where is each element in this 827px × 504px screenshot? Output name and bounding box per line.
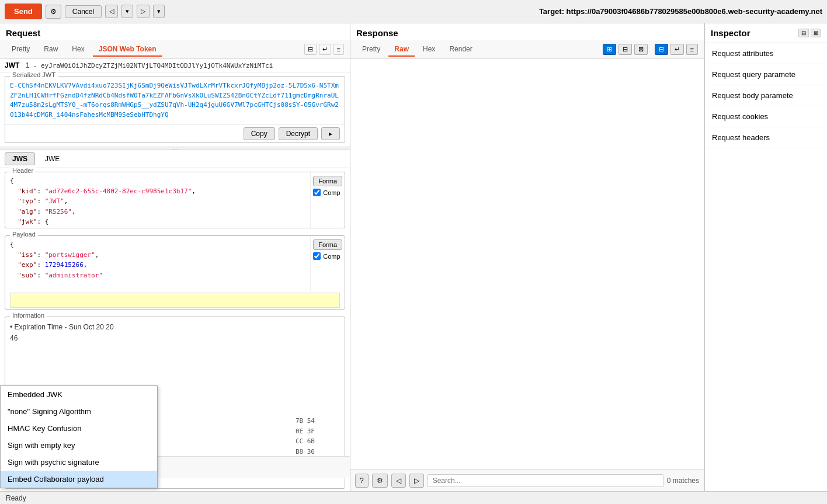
inspector-icons: ⊟ ⊠ bbox=[798, 29, 821, 37]
target-url: Target: https://0a79003f04686b778029585e… bbox=[539, 7, 822, 16]
resp-tab-hex[interactable]: Hex bbox=[417, 43, 441, 57]
sub-tab-jwe[interactable]: JWE bbox=[37, 152, 67, 165]
inspector-cookies[interactable]: Request cookies bbox=[705, 106, 827, 127]
jwt-value: - eyJraWQiOiJhZDcyZTZjMi02NTVjLTQ4MDItOD… bbox=[33, 62, 345, 69]
main-area: Request Pretty Raw Hex JSON Web Token ⊟ … bbox=[0, 23, 827, 491]
jwt-label: JWT bbox=[5, 61, 22, 69]
view-split-icon[interactable]: ⊞ bbox=[603, 44, 616, 55]
tab-hex[interactable]: Hex bbox=[66, 43, 90, 57]
resp-tab-raw[interactable]: Raw bbox=[388, 43, 415, 57]
tab-pretty[interactable]: Pretty bbox=[6, 43, 36, 57]
header-compact-label: Comp bbox=[323, 189, 340, 196]
more-button[interactable]: ▸ bbox=[321, 127, 340, 140]
header-format-button[interactable]: Forma bbox=[313, 176, 342, 186]
inspector-title-bar: Inspector ⊟ ⊠ bbox=[705, 23, 827, 43]
info-expiration-year: 46 bbox=[10, 333, 340, 344]
settings-icon[interactable]: ⚙ bbox=[46, 5, 61, 19]
serialized-jwt-label: Serialized JWT bbox=[10, 71, 58, 78]
menu-icon[interactable]: ≡ bbox=[333, 44, 344, 55]
payload-compact-checkbox[interactable] bbox=[313, 252, 321, 260]
payload-format-button[interactable]: Forma bbox=[313, 239, 342, 250]
header-compact-row: Comp bbox=[313, 189, 342, 196]
dropdown-item-psychic[interactable]: Sign with psychic signature bbox=[1, 454, 157, 471]
payload-compact-label: Comp bbox=[323, 253, 340, 260]
payload-json-content[interactable]: { "iss": "portswigger", "exp": 172941526… bbox=[5, 236, 310, 291]
tab-raw[interactable]: Raw bbox=[38, 43, 64, 57]
information-label: Information bbox=[10, 312, 47, 319]
serialized-jwt-content[interactable]: E-CChSf4nEKVLKV7VAvdi4xuo723SIjKj6SmDj9Q… bbox=[5, 77, 345, 124]
header-side-buttons: Forma Comp bbox=[310, 172, 345, 228]
response-forward-icon[interactable]: ▷ bbox=[409, 474, 424, 488]
status-bar: Ready bbox=[0, 491, 827, 504]
resp-tab-pretty[interactable]: Pretty bbox=[356, 43, 386, 57]
header-content-row: { "kid": "ad72e6c2-655c-4802-82ec-c9985e… bbox=[5, 172, 345, 228]
sub-tab-bar: JWS JWE bbox=[0, 150, 350, 168]
resp-menu-icon[interactable]: ≡ bbox=[686, 44, 698, 55]
main-toolbar: Send ⚙ Cancel ◁ ▾ ▷ ▾ Target: https://0a… bbox=[0, 0, 827, 23]
send-button[interactable]: Send bbox=[5, 4, 42, 19]
response-content bbox=[350, 59, 704, 469]
view-inline-icon[interactable]: ⊟ bbox=[618, 44, 632, 55]
response-tab-icons: ⊞ ⊟ ⊠ ⊟ ↵ ≡ bbox=[603, 44, 698, 55]
inspector-headers[interactable]: Request headers bbox=[705, 127, 827, 148]
status-text: Ready bbox=[6, 494, 26, 502]
nav-forward-button[interactable]: ▷ bbox=[137, 5, 150, 18]
payload-input-area[interactable] bbox=[10, 293, 340, 308]
inspector-query-params[interactable]: Request query paramete bbox=[705, 64, 827, 85]
jwt-line: JWT 1 - eyJraWQiOiJhZDcyZTZjMi02NTVjLTQ4… bbox=[0, 59, 350, 72]
serialized-buttons: Copy Decrypt ▸ bbox=[5, 124, 345, 142]
response-tab-bar: Pretty Raw Hex Render ⊞ ⊟ ⊠ ⊟ ↵ ≡ bbox=[350, 40, 704, 59]
inspector-panel: Inspector ⊟ ⊠ Request attributes Request… bbox=[704, 23, 827, 491]
dropdown-item-hmac[interactable]: HMAC Key Confusion bbox=[1, 420, 157, 437]
serialized-jwt-section: Serialized JWT E-CChSf4nEKVLKV7VAvdi4xuo… bbox=[5, 76, 345, 143]
dropdown-menu: Embedded JWK "none" Signing Algorithm HM… bbox=[0, 385, 158, 488]
payload-content-row: { "iss": "portswigger", "exp": 172941526… bbox=[5, 236, 345, 291]
inspector-icon-2[interactable]: ⊠ bbox=[811, 29, 821, 37]
request-panel: Request Pretty Raw Hex JSON Web Token ⊟ … bbox=[0, 23, 350, 491]
sub-tab-jws[interactable]: JWS bbox=[5, 152, 35, 165]
payload-compact-row: Comp bbox=[313, 252, 342, 260]
wrap-icon[interactable]: ↵ bbox=[319, 44, 331, 55]
cancel-button[interactable]: Cancel bbox=[65, 5, 102, 18]
information-content: • Expiration Time - Sun Oct 20 20 46 bbox=[5, 317, 345, 349]
resp-wrap-icon[interactable]: ↵ bbox=[670, 44, 684, 55]
dropdown-item-none-signing[interactable]: "none" Signing Algorithm bbox=[1, 403, 157, 420]
payload-side-buttons: Forma Comp bbox=[310, 236, 345, 291]
nav-back-dropdown-button[interactable]: ▾ bbox=[121, 5, 133, 18]
response-help-icon[interactable]: ? bbox=[355, 474, 369, 488]
request-title: Request bbox=[0, 23, 350, 40]
response-bottom-bar: ? ⚙ ◁ ▷ 0 matches bbox=[350, 469, 704, 491]
tab-icons: ⊟ ↵ ≡ bbox=[304, 44, 344, 55]
jwt-number: 1 bbox=[26, 61, 30, 69]
info-expiration: • Expiration Time - Sun Oct 20 20 bbox=[10, 322, 340, 333]
nav-forward-dropdown-button[interactable]: ▾ bbox=[153, 5, 165, 18]
header-compact-checkbox[interactable] bbox=[313, 189, 321, 196]
response-back-icon[interactable]: ◁ bbox=[391, 474, 406, 488]
decrypt-button[interactable]: Decrypt bbox=[279, 127, 318, 140]
dropdown-item-collaborator[interactable]: Embed Collaborator payload bbox=[1, 471, 157, 488]
header-json-content[interactable]: { "kid": "ad72e6c2-655c-4802-82ec-c9985e… bbox=[5, 172, 310, 228]
resp-search-icon[interactable]: ⊟ bbox=[655, 44, 668, 55]
resp-tab-render[interactable]: Render bbox=[443, 43, 478, 57]
inspector-request-attributes[interactable]: Request attributes bbox=[705, 43, 827, 64]
response-title: Response bbox=[350, 23, 704, 40]
inspector-title-text: Inspector bbox=[711, 28, 750, 38]
response-settings-icon[interactable]: ⚙ bbox=[372, 474, 388, 488]
response-matches: 0 matches bbox=[667, 477, 699, 485]
payload-section: Payload { "iss": "portswigger", "exp": 1… bbox=[5, 235, 345, 310]
view-wrap-icon[interactable]: ⊠ bbox=[634, 44, 648, 55]
nav-back-button[interactable]: ◁ bbox=[105, 5, 118, 18]
dropdown-item-empty-key[interactable]: Sign with empty key bbox=[1, 437, 157, 454]
response-search-input[interactable] bbox=[428, 474, 663, 487]
copy-button[interactable]: Copy bbox=[244, 127, 275, 140]
response-panel: Response Pretty Raw Hex Render ⊞ ⊟ ⊠ ⊟ ↵… bbox=[350, 23, 704, 491]
request-tab-bar: Pretty Raw Hex JSON Web Token ⊟ ↵ ≡ bbox=[0, 40, 350, 59]
dropdown-item-embedded-jwk[interactable]: Embedded JWK bbox=[1, 386, 157, 403]
header-section: Header { "kid": "ad72e6c2-655c-4802-82ec… bbox=[5, 172, 345, 228]
inspector-icon-1[interactable]: ⊟ bbox=[798, 29, 809, 37]
inspector-body-params[interactable]: Request body paramete bbox=[705, 85, 827, 106]
search-icon[interactable]: ⊟ bbox=[304, 44, 317, 55]
tab-json-web-token[interactable]: JSON Web Token bbox=[93, 43, 162, 57]
